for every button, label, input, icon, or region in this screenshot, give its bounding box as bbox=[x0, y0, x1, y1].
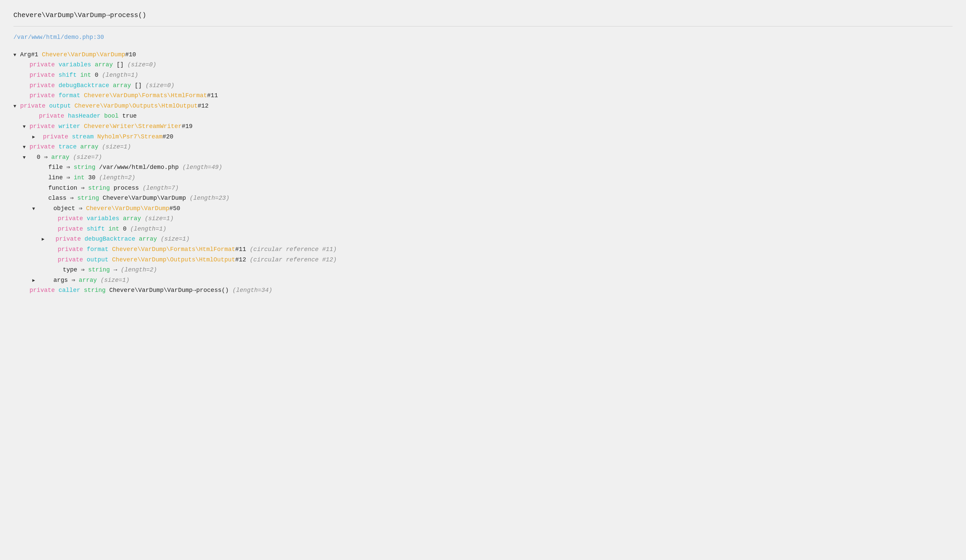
code-segment: format bbox=[87, 244, 112, 255]
code-segment: Chevere\Writer\StreamWriter bbox=[84, 121, 182, 132]
code-segment: (length=2) bbox=[99, 173, 135, 183]
code-segment: (size=1) bbox=[161, 234, 189, 244]
dump-line: ► private debugBacktrace array (size=1) bbox=[13, 234, 953, 244]
code-segment: Arg#1 bbox=[20, 49, 42, 60]
code-segment: (size=0) bbox=[127, 60, 156, 70]
code-segment: #12 bbox=[235, 255, 250, 265]
dump-line: private shift int 0 (length=1) bbox=[13, 224, 953, 234]
dump-line: private shift int 0 (length=1) bbox=[13, 70, 953, 80]
dump-line: private format Chevere\VarDump\Formats\H… bbox=[13, 244, 953, 255]
code-segment: true bbox=[122, 111, 136, 121]
code-segment: (circular reference #12) bbox=[250, 255, 337, 265]
code-segment: #50 bbox=[169, 203, 180, 214]
code-segment: process bbox=[113, 183, 142, 193]
code-segment: (size=7) bbox=[73, 152, 102, 162]
code-segment: Chevere\VarDump\Formats\HtmlFormat bbox=[84, 90, 207, 101]
toggle-icon[interactable]: ▼ bbox=[13, 103, 19, 111]
code-segment: private bbox=[30, 90, 58, 101]
code-segment: Chevere\VarDump\VarDump bbox=[103, 193, 189, 203]
toggle-icon[interactable]: ▼ bbox=[13, 51, 19, 59]
toggle-icon[interactable]: ► bbox=[41, 236, 47, 244]
code-segment: private bbox=[58, 213, 87, 224]
code-segment: #12 bbox=[197, 101, 208, 111]
dump-line: private variables array [] (size=0) bbox=[13, 60, 953, 70]
toggle-icon[interactable]: ▼ bbox=[32, 205, 38, 213]
code-segment: (length=1) bbox=[130, 224, 166, 234]
code-segment: 0 bbox=[95, 70, 102, 80]
code-segment: Chevere\VarDump\Outputs\HtmlOutput bbox=[112, 255, 235, 265]
code-segment: string bbox=[77, 193, 103, 203]
dump-line: private format Chevere\VarDump\Formats\H… bbox=[13, 90, 953, 101]
dump-content: ▼ Arg#1 Chevere\VarDump\VarDump#10privat… bbox=[13, 49, 953, 296]
toggle-icon[interactable]: ▼ bbox=[23, 154, 28, 162]
code-segment: Nyholm\Psr7\Stream bbox=[97, 132, 163, 142]
code-segment: (length=49) bbox=[182, 162, 222, 173]
dump-line: private variables array (size=1) bbox=[13, 213, 953, 224]
code-segment: private bbox=[43, 132, 72, 142]
code-segment: #10 bbox=[125, 49, 136, 60]
code-segment: file ⇒ bbox=[48, 162, 74, 173]
code-segment: string bbox=[74, 162, 99, 173]
code-segment: string bbox=[88, 265, 114, 275]
toggle-icon[interactable]: ▼ bbox=[23, 143, 28, 151]
code-segment: array bbox=[79, 275, 100, 285]
dump-line: ▼ private output Chevere\VarDump\Outputs… bbox=[13, 101, 953, 111]
dump-line: ▼ private writer Chevere\Writer\StreamWr… bbox=[13, 121, 953, 132]
code-segment: Chevere\VarDump\VarDump→process() bbox=[109, 285, 232, 296]
code-segment: #11 bbox=[235, 244, 250, 255]
code-segment: private bbox=[30, 70, 58, 80]
code-segment: [] bbox=[117, 60, 127, 70]
code-segment: string bbox=[84, 285, 109, 296]
code-segment: debugBacktrace bbox=[58, 80, 113, 91]
code-segment: /var/www/html/demo.php bbox=[99, 162, 182, 173]
code-segment: array bbox=[51, 152, 73, 162]
code-segment: (size=0) bbox=[146, 80, 174, 91]
page-title: Chevere\VarDump\VarDump→process() bbox=[13, 11, 146, 19]
code-segment: type ⇒ bbox=[48, 265, 88, 275]
code-segment: bool bbox=[104, 111, 122, 121]
code-segment: 30 bbox=[88, 173, 99, 183]
code-segment: writer bbox=[58, 121, 84, 132]
toggle-icon[interactable]: ► bbox=[32, 277, 38, 285]
code-segment: array bbox=[139, 234, 161, 244]
dump-line: private output Chevere\VarDump\Outputs\H… bbox=[13, 255, 953, 265]
code-segment: private bbox=[48, 234, 84, 244]
code-segment: object ⇒ bbox=[39, 203, 86, 214]
dump-line: file ⇒ string /var/www/html/demo.php (le… bbox=[13, 162, 953, 173]
code-segment: (size=1) bbox=[145, 213, 173, 224]
code-segment: trace bbox=[58, 142, 80, 152]
code-segment: (length=2) bbox=[121, 265, 157, 275]
code-segment: int bbox=[108, 224, 123, 234]
code-segment: private bbox=[58, 255, 87, 265]
code-segment: Chevere\VarDump\VarDump bbox=[86, 203, 169, 214]
dump-line: type ⇒ string → (length=2) bbox=[13, 265, 953, 275]
file-link[interactable]: /var/www/html/demo.php:30 bbox=[13, 33, 953, 42]
code-segment: Chevere\VarDump\Outputs\HtmlOutput bbox=[74, 101, 197, 111]
code-segment: string bbox=[88, 183, 114, 193]
dump-line: ▼ object ⇒ Chevere\VarDump\VarDump#50 bbox=[13, 203, 953, 214]
code-segment: function ⇒ bbox=[48, 183, 88, 193]
code-segment: variables bbox=[58, 60, 95, 70]
code-segment: (circular reference #11) bbox=[250, 244, 337, 255]
code-segment: private bbox=[30, 142, 58, 152]
toggle-icon[interactable]: ► bbox=[32, 133, 38, 141]
code-segment: args ⇒ bbox=[39, 275, 79, 285]
code-segment: (size=1) bbox=[102, 142, 131, 152]
code-segment: private bbox=[30, 285, 58, 296]
dump-line: private caller string Chevere\VarDump\Va… bbox=[13, 285, 953, 296]
dump-line: ▼ private trace array (size=1) bbox=[13, 142, 953, 152]
dump-line: ► private stream Nyholm\Psr7\Stream#20 bbox=[13, 132, 953, 142]
dump-line: private hasHeader bool true bbox=[13, 111, 953, 121]
code-segment: shift bbox=[87, 224, 108, 234]
code-segment: line ⇒ bbox=[48, 173, 74, 183]
code-segment: 0 bbox=[123, 224, 130, 234]
toggle-icon[interactable]: ▼ bbox=[23, 123, 28, 131]
dump-line: line ⇒ int 30 (length=2) bbox=[13, 173, 953, 183]
code-segment: (length=34) bbox=[232, 285, 272, 296]
code-segment: private bbox=[30, 60, 58, 70]
code-segment: debugBacktrace bbox=[84, 234, 139, 244]
code-segment: hasHeader bbox=[68, 111, 104, 121]
code-segment: array bbox=[95, 60, 117, 70]
code-segment: array bbox=[80, 142, 102, 152]
code-segment: private bbox=[30, 121, 58, 132]
